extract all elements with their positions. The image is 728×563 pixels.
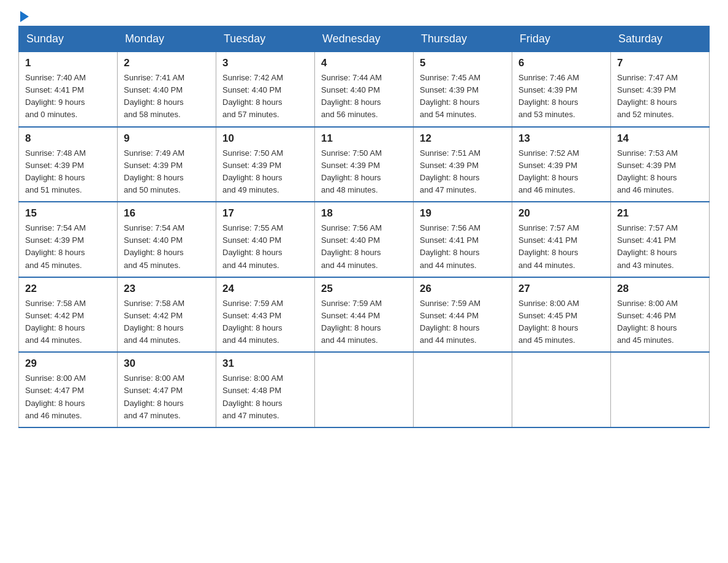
- day-info: Sunrise: 8:00 AMSunset: 4:46 PMDaylight:…: [617, 299, 678, 345]
- calendar-week-row: 8 Sunrise: 7:48 AMSunset: 4:39 PMDayligh…: [19, 127, 710, 202]
- day-number: 10: [222, 132, 308, 145]
- day-number: 3: [222, 57, 308, 69]
- day-info: Sunrise: 7:56 AMSunset: 4:41 PMDaylight:…: [420, 223, 480, 269]
- day-of-week-header: Friday: [512, 26, 611, 52]
- day-info: Sunrise: 7:58 AMSunset: 4:42 PMDaylight:…: [124, 299, 184, 345]
- day-info: Sunrise: 8:00 AMSunset: 4:45 PMDaylight:…: [518, 299, 579, 345]
- calendar-cell: 30 Sunrise: 8:00 AMSunset: 4:47 PMDaylig…: [118, 352, 216, 427]
- calendar-cell: 12 Sunrise: 7:51 AMSunset: 4:39 PMDaylig…: [414, 127, 512, 202]
- day-of-week-header: Tuesday: [216, 26, 315, 52]
- day-info: Sunrise: 8:00 AMSunset: 4:47 PMDaylight:…: [25, 373, 86, 419]
- calendar-cell: 6 Sunrise: 7:46 AMSunset: 4:39 PMDayligh…: [512, 52, 611, 127]
- day-number: 17: [222, 207, 308, 220]
- calendar-cell: 13 Sunrise: 7:52 AMSunset: 4:39 PMDaylig…: [512, 127, 611, 202]
- day-number: 2: [124, 57, 210, 69]
- calendar-cell: [414, 352, 512, 427]
- day-number: 24: [222, 283, 308, 295]
- day-info: Sunrise: 7:59 AMSunset: 4:44 PMDaylight:…: [321, 299, 382, 345]
- day-number: 27: [518, 283, 604, 295]
- calendar-cell: 22 Sunrise: 7:58 AMSunset: 4:42 PMDaylig…: [19, 277, 118, 353]
- calendar-cell: 19 Sunrise: 7:56 AMSunset: 4:41 PMDaylig…: [414, 202, 512, 277]
- day-number: 18: [321, 207, 407, 220]
- day-number: 23: [124, 283, 210, 295]
- calendar-table: SundayMondayTuesdayWednesdayThursdayFrid…: [18, 26, 710, 428]
- calendar-week-row: 29 Sunrise: 8:00 AMSunset: 4:47 PMDaylig…: [19, 352, 710, 427]
- day-info: Sunrise: 7:57 AMSunset: 4:41 PMDaylight:…: [518, 223, 579, 269]
- calendar-cell: 24 Sunrise: 7:59 AMSunset: 4:43 PMDaylig…: [216, 277, 315, 353]
- calendar-cell: [611, 352, 710, 427]
- day-of-week-header: Saturday: [611, 26, 710, 52]
- calendar-cell: 14 Sunrise: 7:53 AMSunset: 4:39 PMDaylig…: [611, 127, 710, 202]
- day-number: 19: [420, 207, 506, 220]
- day-number: 16: [124, 207, 210, 220]
- page-header: [18, 12, 710, 20]
- calendar-cell: 26 Sunrise: 7:59 AMSunset: 4:44 PMDaylig…: [414, 277, 512, 353]
- day-info: Sunrise: 7:44 AMSunset: 4:40 PMDaylight:…: [321, 73, 382, 119]
- day-number: 21: [617, 207, 703, 220]
- calendar-cell: 2 Sunrise: 7:41 AMSunset: 4:40 PMDayligh…: [118, 52, 216, 127]
- day-number: 9: [124, 132, 210, 145]
- calendar-cell: 3 Sunrise: 7:42 AMSunset: 4:40 PMDayligh…: [216, 52, 315, 127]
- calendar-week-row: 22 Sunrise: 7:58 AMSunset: 4:42 PMDaylig…: [19, 277, 710, 353]
- day-number: 28: [617, 283, 703, 295]
- logo: [18, 12, 29, 20]
- day-number: 7: [617, 57, 703, 69]
- day-info: Sunrise: 7:57 AMSunset: 4:41 PMDaylight:…: [617, 223, 678, 269]
- calendar-cell: 16 Sunrise: 7:54 AMSunset: 4:40 PMDaylig…: [118, 202, 216, 277]
- calendar-cell: 4 Sunrise: 7:44 AMSunset: 4:40 PMDayligh…: [315, 52, 414, 127]
- calendar-cell: 31 Sunrise: 8:00 AMSunset: 4:48 PMDaylig…: [216, 352, 315, 427]
- day-info: Sunrise: 8:00 AMSunset: 4:47 PMDaylight:…: [124, 373, 184, 419]
- day-number: 12: [420, 132, 506, 145]
- calendar-cell: 10 Sunrise: 7:50 AMSunset: 4:39 PMDaylig…: [216, 127, 315, 202]
- day-info: Sunrise: 7:48 AMSunset: 4:39 PMDaylight:…: [25, 148, 86, 194]
- calendar-cell: 29 Sunrise: 8:00 AMSunset: 4:47 PMDaylig…: [19, 352, 118, 427]
- day-info: Sunrise: 7:56 AMSunset: 4:40 PMDaylight:…: [321, 223, 382, 269]
- day-info: Sunrise: 7:59 AMSunset: 4:43 PMDaylight:…: [222, 299, 283, 345]
- day-info: Sunrise: 7:53 AMSunset: 4:39 PMDaylight:…: [617, 148, 678, 194]
- calendar-cell: 15 Sunrise: 7:54 AMSunset: 4:39 PMDaylig…: [19, 202, 118, 277]
- calendar-cell: 28 Sunrise: 8:00 AMSunset: 4:46 PMDaylig…: [611, 277, 710, 353]
- day-info: Sunrise: 7:54 AMSunset: 4:40 PMDaylight:…: [124, 223, 184, 269]
- day-number: 25: [321, 283, 407, 295]
- day-info: Sunrise: 8:00 AMSunset: 4:48 PMDaylight:…: [222, 373, 283, 419]
- calendar-cell: 21 Sunrise: 7:57 AMSunset: 4:41 PMDaylig…: [611, 202, 710, 277]
- day-info: Sunrise: 7:58 AMSunset: 4:42 PMDaylight:…: [25, 299, 86, 345]
- calendar-cell: 17 Sunrise: 7:55 AMSunset: 4:40 PMDaylig…: [216, 202, 315, 277]
- day-info: Sunrise: 7:47 AMSunset: 4:39 PMDaylight:…: [617, 73, 678, 119]
- day-number: 26: [420, 283, 506, 295]
- day-info: Sunrise: 7:41 AMSunset: 4:40 PMDaylight:…: [124, 73, 184, 119]
- day-number: 20: [518, 207, 604, 220]
- day-info: Sunrise: 7:42 AMSunset: 4:40 PMDaylight:…: [222, 73, 283, 119]
- calendar-week-row: 1 Sunrise: 7:40 AMSunset: 4:41 PMDayligh…: [19, 52, 710, 127]
- calendar-cell: 18 Sunrise: 7:56 AMSunset: 4:40 PMDaylig…: [315, 202, 414, 277]
- calendar-cell: 20 Sunrise: 7:57 AMSunset: 4:41 PMDaylig…: [512, 202, 611, 277]
- day-info: Sunrise: 7:50 AMSunset: 4:39 PMDaylight:…: [321, 148, 382, 194]
- day-number: 22: [25, 283, 111, 295]
- logo-arrow-icon: [20, 11, 29, 22]
- day-number: 5: [420, 57, 506, 69]
- day-number: 30: [124, 358, 210, 370]
- day-number: 31: [222, 358, 308, 370]
- calendar-cell: 27 Sunrise: 8:00 AMSunset: 4:45 PMDaylig…: [512, 277, 611, 353]
- day-number: 11: [321, 132, 407, 145]
- day-number: 1: [25, 57, 111, 69]
- day-info: Sunrise: 7:55 AMSunset: 4:40 PMDaylight:…: [222, 223, 283, 269]
- day-number: 6: [518, 57, 604, 69]
- calendar-cell: 11 Sunrise: 7:50 AMSunset: 4:39 PMDaylig…: [315, 127, 414, 202]
- day-info: Sunrise: 7:45 AMSunset: 4:39 PMDaylight:…: [420, 73, 480, 119]
- calendar-cell: [315, 352, 414, 427]
- day-number: 15: [25, 207, 111, 220]
- calendar-header-row: SundayMondayTuesdayWednesdayThursdayFrid…: [19, 26, 710, 52]
- calendar-cell: 23 Sunrise: 7:58 AMSunset: 4:42 PMDaylig…: [118, 277, 216, 353]
- calendar-week-row: 15 Sunrise: 7:54 AMSunset: 4:39 PMDaylig…: [19, 202, 710, 277]
- day-info: Sunrise: 7:52 AMSunset: 4:39 PMDaylight:…: [518, 148, 579, 194]
- calendar-cell: 5 Sunrise: 7:45 AMSunset: 4:39 PMDayligh…: [414, 52, 512, 127]
- day-info: Sunrise: 7:59 AMSunset: 4:44 PMDaylight:…: [420, 299, 480, 345]
- calendar-cell: 25 Sunrise: 7:59 AMSunset: 4:44 PMDaylig…: [315, 277, 414, 353]
- calendar-cell: 9 Sunrise: 7:49 AMSunset: 4:39 PMDayligh…: [118, 127, 216, 202]
- day-info: Sunrise: 7:46 AMSunset: 4:39 PMDaylight:…: [518, 73, 579, 119]
- day-info: Sunrise: 7:50 AMSunset: 4:39 PMDaylight:…: [222, 148, 283, 194]
- day-of-week-header: Thursday: [414, 26, 512, 52]
- day-number: 8: [25, 132, 111, 145]
- day-info: Sunrise: 7:40 AMSunset: 4:41 PMDaylight:…: [25, 73, 86, 119]
